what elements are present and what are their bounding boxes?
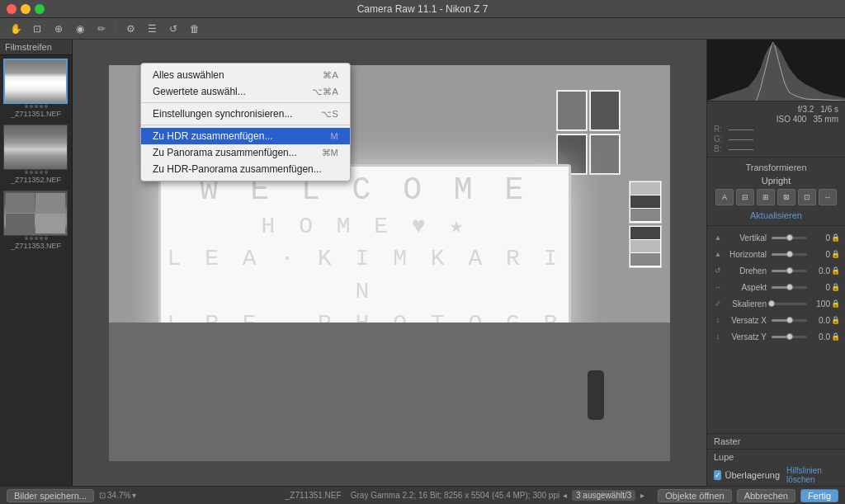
minimize-button[interactable]: [21, 4, 31, 14]
title-bar: Camera Raw 11.1 - Nikon Z 7: [0, 0, 845, 18]
film-thumb-1[interactable]: _Z711351.NEF: [3, 59, 69, 118]
versatz-y-slider[interactable]: [772, 336, 807, 338]
aspekt-lock: 🔒: [830, 283, 840, 291]
settings-icon[interactable]: ⚙: [121, 21, 139, 37]
redeye-tool[interactable]: ◉: [71, 21, 89, 37]
slider-row-versatz-y: ↕ Versatz Y 0.0 🔒: [707, 328, 845, 345]
slider-row-vertikal: ▲ Vertikal 0 🔒: [707, 229, 845, 246]
aspekt-label: Aspekt: [724, 283, 772, 292]
film-thumb-label-2: _Z711352.NEF: [3, 176, 69, 184]
slider-row-versatz-x: ↕ Versatz X 0.0 🔒: [707, 312, 845, 328]
aspekt-slider[interactable]: [772, 286, 807, 289]
aperture-value: f/3.2: [798, 105, 814, 114]
aktualisieren-button[interactable]: Aktualisieren: [707, 209, 845, 222]
rgb-info-g: G: ———: [714, 134, 838, 144]
save-button[interactable]: Bilder speichern...: [7, 489, 94, 502]
horizontal-slider[interactable]: [772, 253, 807, 256]
context-menu: Alles auswählen ⌘A Gewertete auswähl... …: [140, 63, 351, 181]
section-title-transform: Transformieren: [707, 161, 845, 176]
filmstrip-label: Filmstreifen: [5, 42, 52, 52]
window-controls[interactable]: [7, 4, 45, 14]
zoom-value: 34.7%: [107, 491, 130, 500]
transform-section: Transformieren Upright A ⊟ ⊞ ⊠: [707, 158, 845, 226]
upright-vertical-btn[interactable]: ⊞: [757, 189, 775, 205]
upright-auto-btn[interactable]: A: [715, 189, 734, 205]
r-label: R:: [714, 125, 725, 134]
horizontal-label: Horizontal: [724, 250, 772, 259]
upright-level-btn[interactable]: ⊟: [736, 189, 754, 205]
camera-info: f/3.2 1/6 s ISO 400 35 mm R: ——— G: ——— …: [707, 101, 845, 158]
film-thumb-3[interactable]: _Z711353.NEF: [3, 191, 69, 250]
menu-select-rated[interactable]: Gewertete auswähl... ⌥⌘A: [141, 83, 350, 100]
zoom-dropdown-icon[interactable]: ▾: [132, 491, 136, 500]
uberlagerung-checkbox[interactable]: ✓: [714, 470, 721, 480]
upright-off-btn[interactable]: ↔: [819, 189, 837, 205]
adjustment-brush[interactable]: ✏: [92, 21, 111, 37]
drehen-icon: ↺: [712, 265, 724, 276]
fertig-button[interactable]: Fertig: [800, 489, 838, 502]
list-icon[interactable]: ☰: [143, 21, 161, 37]
healing-tool[interactable]: ⊕: [50, 21, 68, 37]
lightbox-text-names: L E A · K I M K A R I N: [161, 243, 569, 307]
filmstrip-header: Filmstreifen: [0, 40, 72, 55]
film-thumb-img-3: [3, 191, 68, 236]
b-label: B:: [714, 144, 725, 153]
upright-label: Upright: [707, 176, 845, 186]
vertikal-slider[interactable]: [772, 237, 807, 239]
film-thumb-2[interactable]: _Z711352.NEF: [3, 125, 69, 184]
menu-sync-settings[interactable]: Einstellungen synchronisieren... ⌥S: [141, 106, 350, 122]
film-thumb-img-2: [3, 125, 68, 170]
abbrechen-button[interactable]: Abbrechen: [737, 489, 795, 502]
thumb-dots-2: [3, 171, 69, 174]
menu-separator-1: [141, 102, 350, 103]
drehen-slider[interactable]: [772, 270, 807, 272]
versatz-y-value: 0.0: [807, 332, 830, 341]
skalieren-slider[interactable]: [772, 303, 807, 305]
g-value: ———: [729, 134, 753, 144]
canvas-area[interactable]: Alles auswählen ⌘A Gewertete auswähl... …: [73, 40, 706, 486]
slider-row-aspekt: ↔ Aspekt 0 🔒: [707, 279, 845, 295]
hilfslinien-button[interactable]: Hilfslinien löschen: [786, 466, 838, 484]
window-title: Camera Raw 11.1 - Nikon Z 7: [357, 3, 489, 15]
vertikal-label: Vertikal: [724, 233, 772, 243]
versatz-x-slider[interactable]: [772, 319, 807, 322]
aspekt-icon: ↔: [712, 281, 724, 293]
vertikal-icon: ▲: [712, 232, 724, 243]
zoom-info: ⊡ 34.7% ▾: [99, 491, 136, 500]
close-button[interactable]: [7, 4, 17, 14]
delete-icon[interactable]: 🗑: [186, 21, 204, 37]
crop-tool[interactable]: ⊡: [28, 21, 46, 37]
upright-full-btn[interactable]: ⊠: [777, 189, 795, 205]
menu-merge-panorama[interactable]: Zu Panorama zusammenfügen... ⌘M: [141, 144, 350, 161]
prev-arrow[interactable]: ◂: [563, 491, 567, 500]
versatz-x-icon: ↕: [712, 314, 724, 326]
horizontal-icon: ▲: [712, 248, 724, 260]
vertikal-value: 0: [807, 233, 830, 243]
versatz-x-value: 0.0: [807, 316, 830, 325]
drehen-lock: 🔒: [830, 266, 840, 275]
iso-value: ISO 400: [777, 115, 807, 124]
bottom-bar: Bilder speichern... ⊡ 34.7% ▾ _Z711351.N…: [0, 486, 845, 504]
rotate-icon[interactable]: ↺: [164, 21, 182, 37]
menu-merge-hdr-panorama[interactable]: Zu HDR-Panorama zusammenfügen...: [141, 161, 350, 177]
skalieren-lock: 🔒: [830, 299, 840, 308]
menu-select-all[interactable]: Alles auswählen ⌘A: [141, 67, 350, 83]
menu-merge-hdr[interactable]: Zu HDR zusammenfügen... M: [141, 128, 350, 144]
b-value: ———: [729, 144, 753, 153]
upright-guided-btn[interactable]: ⊡: [798, 189, 816, 205]
right-photo-strip: [629, 181, 662, 268]
uberlagerung-row[interactable]: ✓ Überlagerung Hilfslinien löschen: [707, 464, 845, 486]
objekte-offnen-button[interactable]: Objekte öffnen: [658, 489, 731, 502]
floor: [109, 323, 670, 461]
next-arrow[interactable]: ▸: [640, 491, 644, 500]
filmstrip: Filmstreifen _Z711351.NEF: [0, 40, 73, 486]
raster-label: Raster: [707, 433, 845, 449]
cable: [588, 370, 604, 420]
maximize-button[interactable]: [35, 4, 45, 14]
versatz-y-icon: ↕: [712, 331, 724, 342]
file-info-bar: _Z711351.NEF Gray Gamma 2.2; 16 Bit; 825…: [286, 491, 559, 500]
work-area: Filmstreifen _Z711351.NEF: [0, 40, 845, 486]
upright-buttons: A ⊟ ⊞ ⊠ ⊡ ↔: [707, 189, 845, 209]
hand-tool[interactable]: ✋: [7, 21, 25, 37]
photo-strip-wall: [556, 90, 621, 175]
